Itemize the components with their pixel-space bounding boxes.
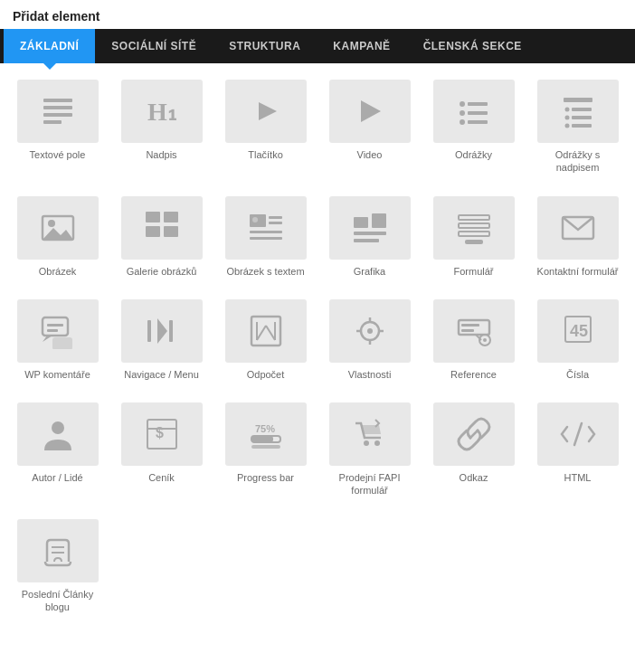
item-clanky[interactable]: Poslední Články blogu: [9, 512, 106, 621]
tab-zakladni[interactable]: ZÁKLADNÍ: [4, 29, 95, 63]
label-autor: Autor / Lidé: [32, 471, 82, 484]
item-cenik[interactable]: $ Ceník: [113, 395, 210, 505]
svg-rect-61: [459, 320, 489, 335]
label-cisla: Čísla: [566, 368, 589, 381]
video-icon: [352, 93, 388, 129]
icon-box-reference: [433, 299, 515, 363]
item-kontaktni[interactable]: Kontaktní formulář: [529, 189, 626, 285]
svg-rect-15: [572, 108, 592, 111]
svg-marker-5: [259, 102, 277, 120]
label-odrazky: Odrážky: [455, 148, 492, 161]
reference-icon: [456, 313, 492, 349]
item-video[interactable]: Video: [321, 72, 418, 182]
svg-rect-0: [43, 99, 72, 102]
icon-box-odpocet: [225, 299, 307, 363]
icon-box-video: [329, 80, 411, 143]
label-obrazek: Obrázek: [39, 265, 77, 278]
svg-rect-50: [251, 317, 280, 345]
image-icon: [40, 210, 76, 246]
label-kontaktni: Kontaktní formulář: [537, 265, 619, 278]
item-tlacitko[interactable]: Tlačítko: [217, 72, 314, 182]
icon-box-clanky: [17, 519, 99, 582]
item-html[interactable]: HTML: [529, 395, 626, 505]
svg-point-77: [364, 440, 369, 446]
tab-struktura[interactable]: STRUKTURA: [213, 29, 317, 63]
item-autor[interactable]: Autor / Lidé: [9, 395, 106, 505]
svg-point-69: [52, 421, 64, 434]
svg-rect-37: [459, 215, 489, 220]
icon-box-html: [537, 402, 619, 466]
item-galerie[interactable]: Galerie obrázků: [113, 189, 210, 285]
item-grafika[interactable]: Grafika: [321, 189, 418, 285]
svg-marker-48: [157, 318, 167, 344]
elements-grid: Textové pole H₁ Nadpis Tlačítko Video: [0, 63, 635, 629]
svg-rect-63: [461, 329, 474, 332]
svg-point-56: [367, 328, 373, 334]
item-wp-komentare[interactable]: WP komentáře: [9, 292, 106, 388]
label-vlastnosti: Vlastnosti: [348, 368, 392, 381]
svg-rect-40: [465, 240, 483, 244]
svg-rect-30: [269, 222, 282, 224]
label-reference: Reference: [450, 368, 497, 381]
svg-marker-6: [361, 100, 381, 122]
item-formular[interactable]: Formulář: [425, 189, 522, 285]
icon-box-autor: [17, 402, 99, 466]
icon-box-formular: [433, 196, 515, 260]
svg-rect-25: [146, 226, 160, 237]
icon-box-prodejni: [329, 402, 411, 466]
page-header: Přidat element: [0, 0, 635, 29]
list-heading-icon: [560, 93, 596, 129]
label-tlacitko: Tlačítko: [248, 148, 283, 161]
svg-point-78: [374, 440, 380, 446]
item-vlastnosti[interactable]: Vlastnosti: [321, 292, 418, 388]
icon-box-navigace: [121, 299, 203, 363]
item-nadpis[interactable]: H₁ Nadpis: [113, 72, 210, 182]
svg-rect-12: [468, 120, 488, 124]
icon-box-odrazky-nadpisem: [537, 80, 619, 143]
numbers-icon: 45: [560, 313, 596, 349]
item-odpocet[interactable]: Odpočet: [217, 292, 314, 388]
svg-rect-45: [47, 329, 58, 332]
svg-text:H₁: H₁: [147, 98, 177, 126]
svg-point-14: [564, 108, 569, 112]
icon-box-obrazek-textem: [225, 196, 307, 260]
item-obrazek-textem[interactable]: Obrázek s textem: [217, 189, 314, 285]
svg-point-9: [460, 110, 465, 116]
graphic-icon: [352, 210, 388, 246]
progress-icon: 75%: [248, 416, 284, 452]
form-icon: [456, 210, 492, 246]
svg-rect-2: [43, 113, 72, 117]
heading-icon: H₁: [144, 93, 180, 129]
svg-point-18: [564, 124, 569, 128]
item-progress[interactable]: 75% Progress bar: [217, 395, 314, 505]
svg-rect-24: [164, 212, 178, 222]
item-odkaz[interactable]: Odkaz: [425, 395, 522, 505]
item-cisla[interactable]: 45 Čísla: [529, 292, 626, 388]
item-navigace[interactable]: Navigace / Menu: [113, 292, 210, 388]
svg-rect-38: [459, 223, 489, 228]
item-prodejni[interactable]: Prodejní FAPI formulář: [321, 395, 418, 505]
contact-form-icon: [560, 210, 596, 246]
gallery-icon: [144, 210, 180, 246]
tab-clenska[interactable]: ČLENSKÁ SEKCE: [407, 29, 538, 63]
svg-point-65: [483, 338, 487, 342]
item-reference[interactable]: Reference: [425, 292, 522, 388]
item-obrazek[interactable]: Obrázek: [9, 189, 106, 285]
item-odrazky[interactable]: Odrážky: [425, 72, 522, 182]
icon-box-tlacitko: [225, 80, 307, 143]
person-icon: [40, 416, 76, 452]
svg-rect-49: [169, 320, 173, 342]
svg-text:75%: 75%: [255, 423, 275, 434]
svg-rect-75: [251, 436, 273, 442]
item-odrazky-nadpisem[interactable]: Odrážky s nadpisem: [529, 72, 626, 182]
tab-kampane[interactable]: KAMPANĚ: [317, 29, 406, 63]
item-textove-pole[interactable]: Textové pole: [9, 72, 106, 182]
icon-box-nadpis: H₁: [121, 80, 203, 143]
tab-socialni[interactable]: SOCIÁLNÍ SÍTĚ: [95, 29, 213, 63]
svg-rect-29: [269, 216, 282, 219]
icon-box-odkaz: [433, 402, 515, 466]
label-galerie: Galerie obrázků: [127, 265, 197, 278]
label-wp-komentare: WP komentáře: [24, 368, 90, 381]
svg-rect-10: [468, 111, 488, 115]
svg-text:$: $: [156, 425, 164, 440]
